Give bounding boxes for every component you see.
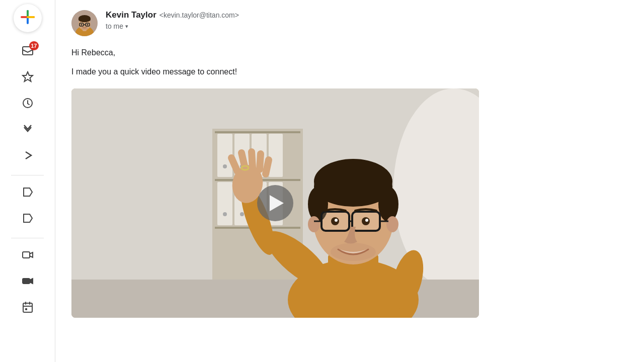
calendar-icon <box>22 301 34 316</box>
important-icon <box>22 123 34 138</box>
divider-2 <box>11 238 44 238</box>
sender-email: <kevin.taylor@titan.com> <box>159 11 239 19</box>
svg-point-38 <box>223 164 227 168</box>
sender-avatar <box>71 10 98 36</box>
svg-point-56 <box>378 187 398 222</box>
play-icon <box>270 195 284 211</box>
inbox-badge: 17 <box>29 41 38 50</box>
svg-rect-11 <box>23 303 32 312</box>
svg-point-67 <box>365 219 368 222</box>
svg-rect-10 <box>23 279 30 284</box>
svg-point-46 <box>240 212 244 216</box>
sent-icon <box>22 149 34 164</box>
svg-line-76 <box>266 160 269 174</box>
svg-rect-37 <box>269 134 283 177</box>
sidebar: 17 <box>0 0 55 362</box>
svg-point-27 <box>81 27 88 30</box>
email-message: I made you a quick video message to conn… <box>71 67 628 76</box>
email-header: Kevin Taylor <kevin.taylor@titan.com> to… <box>71 10 628 36</box>
svg-point-25 <box>81 24 83 26</box>
sidebar-item-label2[interactable] <box>16 208 40 232</box>
sidebar-item-starred[interactable] <box>16 66 40 90</box>
email-main: Kevin Taylor <kevin.taylor@titan.com> to… <box>55 0 644 362</box>
svg-line-8 <box>28 104 29 105</box>
to-me-text: to me <box>106 22 123 30</box>
email-body: Hi Rebecca, I made you a quick video mes… <box>71 48 628 318</box>
compose-plus-icon <box>21 10 35 27</box>
divider-1 <box>11 175 44 175</box>
svg-point-21 <box>78 17 91 22</box>
svg-point-45 <box>223 212 227 216</box>
sidebar-item-calendar[interactable] <box>16 297 40 321</box>
compose-button[interactable] <box>14 4 42 32</box>
star-icon <box>22 71 34 86</box>
video-play-button[interactable] <box>257 185 293 221</box>
video-icon <box>22 275 34 290</box>
sidebar-item-sent[interactable] <box>16 145 40 169</box>
svg-point-66 <box>335 219 338 222</box>
video-thumbnail[interactable] <box>71 88 479 318</box>
email-greeting: Hi Rebecca, <box>71 48 628 57</box>
svg-rect-31 <box>215 131 300 133</box>
svg-marker-5 <box>23 72 33 81</box>
label1-icon <box>22 186 34 201</box>
sidebar-item-snoozed[interactable] <box>16 93 40 117</box>
sidebar-item-inbox[interactable]: 17 <box>16 40 40 64</box>
to-me-dropdown[interactable]: ▾ <box>125 23 128 30</box>
sidebar-item-label1[interactable] <box>16 182 40 206</box>
svg-rect-9 <box>23 252 30 258</box>
svg-point-57 <box>308 216 320 232</box>
svg-line-74 <box>252 152 253 167</box>
clock-icon <box>22 97 34 112</box>
sidebar-item-meet[interactable] <box>16 244 40 268</box>
label2-icon <box>22 212 34 227</box>
to-me-line: to me ▾ <box>106 22 239 30</box>
meet-icon <box>22 249 34 264</box>
sidebar-item-video[interactable] <box>16 270 40 295</box>
svg-rect-41 <box>217 182 232 225</box>
svg-line-75 <box>260 154 261 169</box>
svg-point-68 <box>331 243 376 261</box>
svg-point-58 <box>386 216 398 232</box>
sender-info: Kevin Taylor <kevin.taylor@titan.com> to… <box>106 10 239 30</box>
sender-line: Kevin Taylor <kevin.taylor@titan.com> <box>106 10 239 20</box>
svg-point-26 <box>87 24 89 26</box>
svg-rect-15 <box>25 308 27 310</box>
sidebar-item-important[interactable] <box>16 119 40 143</box>
sender-name: Kevin Taylor <box>106 10 156 20</box>
